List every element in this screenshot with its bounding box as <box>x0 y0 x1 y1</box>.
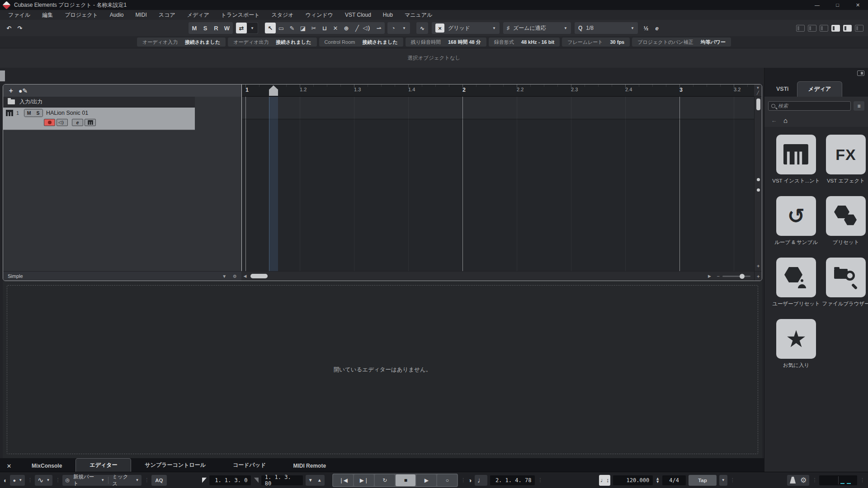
list-view-icon[interactable]: ≡ <box>854 101 864 111</box>
view-preset-label[interactable]: Simple <box>8 273 23 279</box>
tile-favorites[interactable]: ★ お気に入り <box>773 319 820 369</box>
monitor-button[interactable]: ◁） <box>57 119 68 126</box>
split-tool-icon[interactable]: ✂ <box>308 23 319 33</box>
tap-options-icon[interactable]: ▼ <box>719 475 727 486</box>
common-record-mode[interactable]: ● ▼ <box>10 475 25 486</box>
audio-record-mode[interactable]: ∿ ▼ <box>35 475 52 486</box>
grid-type-dropdown[interactable]: ♯ ズームに適応 ▼ <box>503 22 571 34</box>
back-icon[interactable]: ← <box>769 116 779 124</box>
quantize-dropdown[interactable]: Q 1/8 ▼ <box>575 22 638 34</box>
media-search-input[interactable]: 検索 <box>768 101 851 111</box>
horizontal-scrollbar[interactable]: ◀ ▶ − <box>241 271 754 281</box>
range-select-tool-icon[interactable]: ▭ <box>276 23 287 33</box>
close-button[interactable]: ✕ <box>848 0 868 10</box>
menu-window[interactable]: ウィンドウ <box>306 11 333 19</box>
event-display[interactable] <box>242 97 754 271</box>
track-name[interactable]: HALion Sonic 01 <box>46 110 88 116</box>
left-zone-toggle-icon[interactable] <box>820 25 828 32</box>
io-folder-track[interactable]: 入力/出力 <box>3 97 195 108</box>
scroll-left-icon[interactable]: ◀ <box>241 274 249 278</box>
window-layout-icon[interactable] <box>855 25 863 32</box>
object-select-tool-icon[interactable]: ↖ <box>265 23 276 33</box>
midi-cycle-mode-value[interactable]: ミックス <box>112 474 132 487</box>
track-solo-button[interactable]: S <box>33 109 42 117</box>
tab-midi-remote[interactable]: MIDI Remote <box>279 460 340 472</box>
add-track-icon[interactable]: ＋ <box>8 87 14 95</box>
menu-transport[interactable]: トランスポート <box>221 11 260 19</box>
preset-dropdown-icon[interactable]: ▼ <box>222 274 226 279</box>
menu-file[interactable]: ファイル <box>8 11 30 19</box>
draw-tool-icon[interactable]: ✎ <box>287 23 297 33</box>
read-automation-button[interactable]: R <box>211 23 222 33</box>
edit-instrument-button[interactable]: e <box>72 119 83 126</box>
tile-file-browser[interactable]: ファイルブラウザー <box>822 258 868 307</box>
mute-tool-icon[interactable]: ✕ <box>330 23 341 33</box>
menu-hub[interactable]: Hub <box>383 12 393 18</box>
scrub-tool-icon[interactable]: ⇀ <box>373 23 384 33</box>
tile-vst-instruments[interactable]: VST インスト...ント <box>773 135 820 184</box>
instrument-button[interactable] <box>85 119 96 126</box>
scroll-right-icon[interactable]: ▶ <box>706 274 713 278</box>
snap-icon[interactable]: × <box>435 23 444 33</box>
go-to-end-button[interactable]: ▶❘ <box>354 474 374 486</box>
punch-out-icon[interactable]: ▲ <box>317 478 322 483</box>
midi-cycle-mode-dropdown-icon[interactable]: ▼ <box>135 478 139 482</box>
redo-icon[interactable]: ↷ <box>14 23 25 33</box>
timeline-ruler[interactable]: 1 1.2 1.3 1.4 2 2.2 2.3 2.4 3 3.2 <box>242 84 754 97</box>
right-locator-display[interactable]: 1. 1. 3. 80 <box>261 475 303 485</box>
setup-toolbar-icon[interactable] <box>796 25 805 32</box>
vertical-zoom-handles[interactable] <box>757 178 760 192</box>
record-button[interactable]: ○ <box>437 474 457 486</box>
go-to-start-button[interactable]: ❘◀ <box>333 474 353 486</box>
cycle-button[interactable]: ↻ <box>375 474 395 486</box>
tap-tempo-button[interactable]: Tap <box>689 475 717 486</box>
zoom-tool-icon[interactable]: ⊕ <box>341 23 352 33</box>
vertical-zoom-in-icon[interactable]: ＋ <box>756 263 761 269</box>
play-tool-icon[interactable]: ◁） <box>363 23 373 33</box>
auto-quantize-button[interactable]: AQ <box>151 475 166 486</box>
status-frame-rate[interactable]: フレームレート30 fps <box>562 38 630 47</box>
record-enable-button[interactable] <box>44 119 55 126</box>
status-audio-output[interactable]: オーディオ出力接続されました <box>228 38 316 47</box>
inspector-toggle-icon[interactable] <box>808 25 816 32</box>
color-options-icon[interactable]: ▼ <box>399 23 410 33</box>
menu-midi[interactable]: MIDI <box>136 12 147 18</box>
output-level-meter[interactable] <box>819 475 857 485</box>
tile-loops-samples[interactable]: ↺ ループ & サンプル <box>773 196 820 246</box>
menu-vst-cloud[interactable]: VST Cloud <box>345 12 371 18</box>
preroll-icon[interactable]: ◑ <box>468 477 472 484</box>
line-tool-icon[interactable]: ╱ <box>352 23 363 33</box>
menu-audio[interactable]: Audio <box>110 12 124 18</box>
tile-presets[interactable]: プリセット <box>822 196 868 246</box>
midi-record-mode-value[interactable]: 新規パート <box>73 474 97 487</box>
swing-icon[interactable]: ½ <box>641 23 651 33</box>
left-locator-display[interactable]: 1. 1. 3. 0 <box>209 475 251 485</box>
status-audio-input[interactable]: オーディオ入力接続されました <box>137 38 226 47</box>
tempo-display[interactable]: 120.000 <box>613 475 653 485</box>
tab-editor[interactable]: エディター <box>75 458 131 472</box>
snap-type-dropdown[interactable]: × グリッド ▼ <box>432 22 500 34</box>
ruler-options-icon[interactable]: ▼╱ <box>754 84 762 97</box>
close-lower-zone-icon[interactable]: ✕ <box>0 463 18 469</box>
midi-record-mode-dropdown-icon[interactable]: ▼ <box>101 478 104 482</box>
track-lane[interactable] <box>242 97 754 119</box>
transport-setup-icon[interactable]: ◐ <box>4 477 7 484</box>
status-record-format[interactable]: 録音形式48 kHz - 16 bit <box>489 38 560 47</box>
media-rack-setup-icon[interactable] <box>857 70 864 76</box>
menu-media[interactable]: メディア <box>187 11 209 19</box>
punch-in-icon[interactable]: ▼ <box>308 478 313 483</box>
vertical-scroll-thumb[interactable] <box>756 99 760 110</box>
metronome-settings-gear-icon[interactable]: ⚙ <box>800 476 807 484</box>
autoscroll-icon[interactable]: ⇄ <box>236 23 247 33</box>
horizontal-scroll-thumb[interactable] <box>250 274 268 278</box>
tab-sampler-control[interactable]: サンプラーコントロール <box>131 459 219 472</box>
maximize-button[interactable]: □ <box>827 0 848 10</box>
play-button[interactable]: ▶ <box>416 474 436 486</box>
right-zone-toggle-icon[interactable] <box>843 25 852 32</box>
status-control-room[interactable]: Control Room接続されました <box>319 38 403 47</box>
menu-edit[interactable]: 編集 <box>42 11 53 19</box>
mute-state-button[interactable]: M <box>189 23 200 33</box>
playhead-handle[interactable] <box>269 85 278 96</box>
vertical-scrollbar[interactable]: ＋ <box>754 97 762 271</box>
solo-state-button[interactable]: S <box>200 23 211 33</box>
